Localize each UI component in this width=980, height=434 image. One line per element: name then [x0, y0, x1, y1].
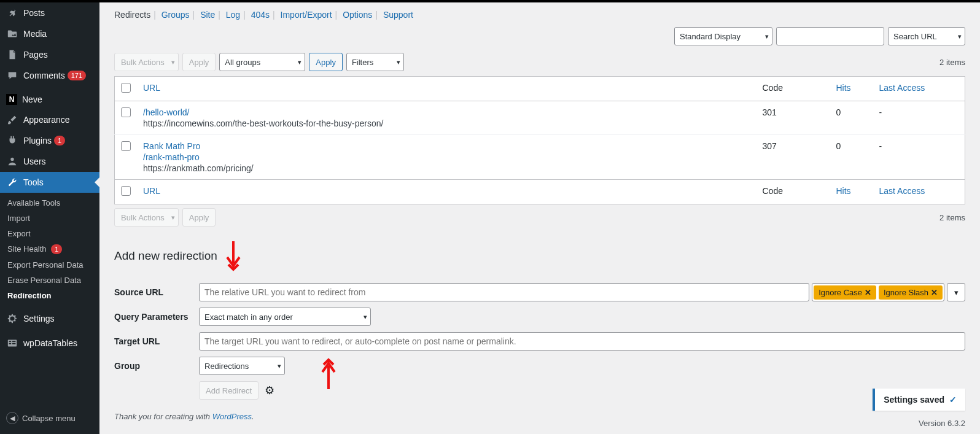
- comments-count-badge: 171: [68, 71, 86, 80]
- col-last[interactable]: Last Access: [879, 186, 925, 196]
- svg-rect-5: [9, 343, 12, 344]
- sidebar-item-wpdatatables[interactable]: wpDataTables: [0, 333, 99, 354]
- sidebar-item-media[interactable]: Media: [0, 23, 99, 44]
- sidebar-label: Appearance: [23, 115, 70, 125]
- advanced-options-button[interactable]: ⚙: [265, 384, 274, 397]
- submenu-import[interactable]: Import: [0, 211, 99, 226]
- tab-options[interactable]: Options: [343, 10, 372, 20]
- collapse-menu[interactable]: ◀Collapse menu: [0, 407, 99, 429]
- page-icon: [6, 48, 18, 61]
- tools-submenu: Available Tools Import Export Site Healt…: [0, 193, 99, 308]
- admin-sidebar: Posts Media Pages Comments171 NNeve Appe…: [0, 0, 99, 434]
- ignore-case-tag[interactable]: Ignore Case✕: [814, 285, 876, 300]
- site-health-badge: 1: [51, 244, 62, 254]
- sidebar-label: Users: [23, 157, 46, 166]
- last-cell: -: [873, 101, 965, 135]
- submenu-available-tools[interactable]: Available Tools: [0, 195, 99, 211]
- sidebar-item-users[interactable]: Users: [0, 151, 99, 172]
- submenu-redirection[interactable]: Redirection: [0, 288, 99, 303]
- svg-point-0: [10, 34, 11, 35]
- tab-log[interactable]: Log: [226, 10, 240, 20]
- tab-404s[interactable]: 404s: [251, 10, 270, 20]
- group-select[interactable]: Redirections: [199, 357, 285, 375]
- search-type-select[interactable]: Search URL: [888, 27, 965, 45]
- items-count-top: 2 items: [939, 58, 965, 67]
- sidebar-label: Posts: [23, 8, 45, 18]
- source-options-button[interactable]: ▾: [947, 283, 965, 301]
- neve-icon: N: [6, 94, 17, 105]
- svg-point-1: [10, 158, 14, 161]
- submenu-export-personal[interactable]: Export Personal Data: [0, 257, 99, 273]
- apply-bulk-button[interactable]: Apply: [182, 208, 216, 227]
- select-all-checkbox[interactable]: [121, 186, 131, 196]
- comment-icon: [6, 69, 18, 82]
- table-row: Rank Math Pro/rank-math-prohttps://rankm…: [115, 135, 965, 180]
- submenu-site-health[interactable]: Site Health 1: [0, 241, 99, 257]
- query-params-select[interactable]: Exact match in any order: [199, 308, 371, 326]
- col-hits[interactable]: Hits: [836, 186, 851, 196]
- plugins-count-badge: 1: [54, 136, 65, 145]
- code-cell: 307: [756, 135, 830, 180]
- col-hits[interactable]: Hits: [836, 83, 851, 93]
- target-url-input[interactable]: [199, 332, 965, 351]
- tab-support[interactable]: Support: [383, 10, 413, 20]
- gear-icon: [6, 312, 18, 325]
- col-url[interactable]: URL: [143, 83, 160, 93]
- tab-site[interactable]: Site: [200, 10, 215, 20]
- tab-redirects[interactable]: Redirects: [114, 10, 150, 20]
- add-redirect-button[interactable]: Add Redirect: [199, 381, 259, 400]
- svg-rect-4: [12, 341, 15, 342]
- wrench-icon: [6, 176, 18, 188]
- redirect-source-link[interactable]: /rank-math-pro: [143, 152, 750, 162]
- sidebar-item-plugins[interactable]: Plugins1: [0, 130, 99, 151]
- sidebar-label: Pages: [23, 50, 48, 60]
- user-icon: [6, 155, 18, 168]
- apply-bulk-button[interactable]: Apply: [182, 53, 216, 71]
- media-icon: [6, 28, 18, 40]
- wordpress-link[interactable]: WordPress: [212, 412, 252, 421]
- sidebar-item-settings[interactable]: Settings: [0, 308, 99, 329]
- sidebar-item-posts[interactable]: Posts: [0, 2, 99, 23]
- source-url-input[interactable]: [199, 283, 809, 301]
- hits-cell: 0: [830, 101, 873, 135]
- redirect-source-link[interactable]: Rank Math Pro: [143, 141, 750, 151]
- svg-rect-6: [12, 343, 15, 344]
- tab-groups[interactable]: Groups: [161, 10, 190, 20]
- bulk-actions-select[interactable]: Bulk Actions: [114, 208, 179, 227]
- sidebar-item-neve[interactable]: NNeve: [0, 90, 99, 109]
- groups-filter-select[interactable]: All groups: [219, 53, 305, 71]
- redirect-source-link[interactable]: /hello-world/: [143, 107, 750, 117]
- row-checkbox[interactable]: [121, 141, 131, 151]
- search-input[interactable]: [776, 27, 884, 45]
- ignore-slash-tag[interactable]: Ignore Slash✕: [879, 285, 943, 300]
- sidebar-item-pages[interactable]: Pages: [0, 44, 99, 65]
- plug-icon: [6, 134, 18, 147]
- sidebar-item-comments[interactable]: Comments171: [0, 65, 99, 86]
- col-code: Code: [756, 180, 830, 204]
- annotation-arrow-up-icon: [317, 351, 340, 392]
- table-row: /hello-world/https://incomewins.com/the-…: [115, 101, 965, 135]
- tab-import-export[interactable]: Import/Export: [281, 10, 332, 20]
- filters-select[interactable]: Filters: [346, 53, 404, 71]
- close-icon: ✕: [931, 288, 938, 297]
- submenu-export[interactable]: Export: [0, 226, 99, 241]
- col-last[interactable]: Last Access: [879, 83, 925, 93]
- redirect-target-text: https://incomewins.com/the-best-workouts…: [143, 118, 383, 128]
- svg-rect-3: [9, 341, 12, 342]
- sidebar-item-appearance[interactable]: Appearance: [0, 109, 99, 130]
- display-mode-select[interactable]: Standard Display: [674, 27, 772, 45]
- query-params-label: Query Parameters: [114, 312, 199, 322]
- apply-filter-button[interactable]: Apply: [309, 53, 343, 71]
- footer-credit: Thank you for creating with WordPress.: [114, 412, 965, 421]
- add-redirect-heading: Add new redirection: [114, 239, 965, 273]
- submenu-erase-personal[interactable]: Erase Personal Data: [0, 273, 99, 288]
- sidebar-item-tools[interactable]: Tools: [0, 172, 99, 193]
- bulk-actions-select[interactable]: Bulk Actions: [114, 53, 179, 71]
- row-checkbox[interactable]: [121, 107, 131, 117]
- sidebar-label: Settings: [23, 314, 55, 324]
- select-all-checkbox[interactable]: [121, 83, 131, 93]
- settings-saved-toast: Settings saved✓: [873, 389, 965, 411]
- sidebar-label: Neve: [22, 95, 42, 104]
- col-url[interactable]: URL: [143, 186, 160, 196]
- col-code: Code: [756, 77, 830, 101]
